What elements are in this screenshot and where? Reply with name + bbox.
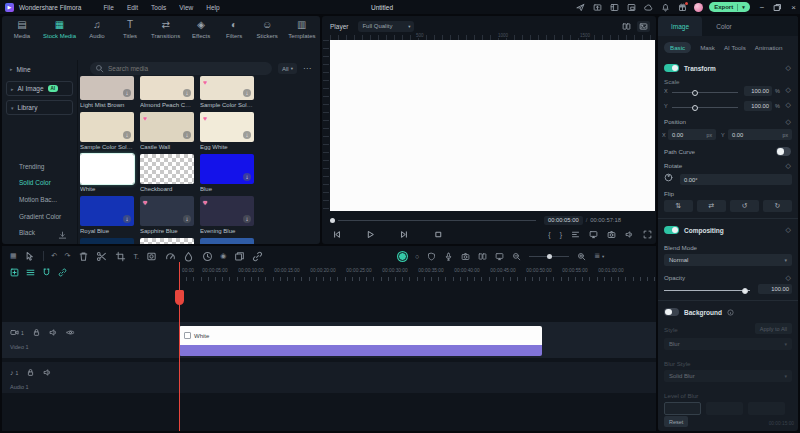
opacity-value[interactable]: 100.00 bbox=[758, 284, 792, 294]
stop-button[interactable] bbox=[434, 230, 443, 239]
sidebar-section-ai-image[interactable]: ▸ AI Image AI bbox=[6, 81, 73, 96]
track-manage-button[interactable] bbox=[26, 268, 35, 277]
playhead-handle[interactable] bbox=[175, 290, 184, 305]
mark-list-button[interactable] bbox=[571, 230, 580, 239]
audio-note-icon[interactable]: ♪ bbox=[10, 369, 14, 376]
background-toggle[interactable] bbox=[664, 308, 679, 317]
speed-button[interactable] bbox=[165, 251, 176, 262]
flip-h-button[interactable]: ⇄ bbox=[697, 200, 726, 212]
subtab-mask[interactable]: Mask bbox=[700, 44, 715, 51]
gift-icon[interactable] bbox=[677, 2, 688, 13]
flip-v-button[interactable]: ⇅ bbox=[664, 200, 693, 212]
media-swatch-castle-wall[interactable]: ♥↓ bbox=[140, 112, 194, 142]
media-swatch-blue[interactable]: ↓ bbox=[200, 154, 254, 184]
snapshot-button[interactable] bbox=[461, 252, 470, 261]
copy-button[interactable] bbox=[234, 251, 245, 262]
favorite-icon[interactable]: ♥ bbox=[143, 115, 147, 122]
media-swatch[interactable] bbox=[140, 238, 194, 244]
magnet-button[interactable] bbox=[42, 268, 51, 277]
smart-cutout-button[interactable] bbox=[146, 251, 157, 262]
opacity-slider[interactable] bbox=[664, 290, 750, 291]
scale-x-slider[interactable] bbox=[672, 92, 738, 93]
favorite-icon[interactable]: ♥ bbox=[203, 199, 207, 206]
rotate-dial-icon[interactable] bbox=[664, 173, 673, 182]
seek-track[interactable] bbox=[338, 220, 536, 221]
videocam-icon[interactable] bbox=[10, 328, 19, 337]
mute-button[interactable] bbox=[625, 230, 634, 239]
rotate-input[interactable]: 0.00° bbox=[680, 174, 792, 185]
media-swatch-checkboard[interactable] bbox=[140, 154, 194, 184]
scale-x-value[interactable]: 100.00 bbox=[744, 86, 772, 96]
blur-level-option-3[interactable] bbox=[748, 402, 785, 415]
download-icon[interactable]: ↓ bbox=[243, 131, 251, 139]
more-options-button[interactable]: ⋯ bbox=[303, 64, 311, 73]
media-swatch-royal-blue[interactable]: ↓ bbox=[80, 196, 134, 226]
tab-transitions[interactable]: ⇄Transitions bbox=[151, 20, 180, 39]
position-x-input[interactable]: 0.00 px bbox=[668, 129, 716, 140]
duration-button[interactable] bbox=[202, 251, 213, 262]
download-icon[interactable]: ↓ bbox=[123, 89, 131, 97]
rotate-ccw-button[interactable]: ↺ bbox=[730, 200, 759, 212]
crop-button[interactable] bbox=[115, 251, 126, 262]
user-avatar[interactable] bbox=[694, 3, 703, 12]
menu-item-file[interactable]: File bbox=[103, 4, 113, 11]
filmstrip-icon[interactable] bbox=[637, 21, 650, 32]
inspector-tab-image[interactable]: Image bbox=[658, 16, 702, 36]
menu-item-help[interactable]: Help bbox=[206, 4, 219, 11]
media-swatch-sapphire-blue[interactable]: ♥↓ bbox=[140, 196, 194, 226]
fullscreen-button[interactable] bbox=[643, 230, 652, 239]
fit-screen-button[interactable] bbox=[589, 230, 598, 239]
filter-dropdown[interactable]: All ▾ bbox=[278, 63, 297, 74]
media-swatch-light-mist-brown[interactable]: ↓ bbox=[80, 76, 134, 100]
motion-track-button[interactable]: ◉ bbox=[220, 252, 226, 260]
tab-media[interactable]: ▤Media bbox=[10, 20, 34, 39]
tab-templates[interactable]: ▥Templates bbox=[288, 20, 315, 39]
mark-out-button[interactable]: } bbox=[560, 231, 562, 238]
sidebar-item-trending[interactable]: Trending bbox=[2, 158, 78, 175]
bell-icon[interactable] bbox=[660, 2, 671, 13]
link-button[interactable] bbox=[252, 251, 263, 262]
chroma-key-button[interactable] bbox=[183, 251, 194, 262]
pip-icon[interactable] bbox=[626, 2, 637, 13]
scale-y-slider[interactable] bbox=[672, 107, 738, 108]
menu-item-view[interactable]: View bbox=[179, 4, 193, 11]
chevron-down-icon[interactable]: ▾ bbox=[742, 4, 745, 10]
prev-frame-button[interactable] bbox=[332, 230, 341, 239]
zoom-in-button[interactable] bbox=[577, 252, 586, 261]
shield-button[interactable] bbox=[427, 252, 436, 261]
scale-y-value[interactable]: 100.00 bbox=[744, 101, 772, 111]
download-icon[interactable]: ↓ bbox=[123, 215, 131, 223]
download-icon[interactable]: ↓ bbox=[123, 131, 131, 139]
subtab-basic[interactable]: Basic bbox=[664, 42, 691, 53]
timeline-clip-white[interactable]: White bbox=[179, 326, 542, 356]
position-keyframe-icon[interactable]: ◇ bbox=[786, 118, 791, 126]
delete-button[interactable] bbox=[78, 251, 89, 262]
export-button[interactable]: Export ▾ bbox=[709, 2, 750, 12]
record-voiceover-button[interactable] bbox=[398, 252, 407, 261]
scale-x-keyframe-icon[interactable]: ◇ bbox=[786, 86, 791, 94]
eye-icon[interactable] bbox=[66, 328, 75, 337]
apply-to-all-button[interactable]: Apply to All bbox=[755, 323, 792, 334]
select-cursor-button[interactable] bbox=[24, 251, 35, 262]
play-button[interactable] bbox=[366, 230, 375, 239]
mute-icon[interactable] bbox=[43, 368, 52, 377]
position-y-input[interactable]: 0.00 px bbox=[728, 129, 792, 140]
seek-handle[interactable] bbox=[330, 218, 335, 223]
subtab-ai-tools[interactable]: AI Tools bbox=[724, 44, 746, 51]
tab-stock-media[interactable]: ▦Stock Media bbox=[43, 20, 76, 39]
media-swatch[interactable] bbox=[200, 238, 254, 244]
reset-button[interactable]: Reset bbox=[664, 416, 688, 427]
favorite-icon[interactable]: ♥ bbox=[203, 115, 207, 122]
inspector-tab-color[interactable]: Color bbox=[702, 16, 746, 36]
record-disabled-button[interactable]: ○ bbox=[415, 253, 419, 260]
quick-text-button[interactable]: T. bbox=[133, 253, 138, 260]
tab-filters[interactable]: ◐Filters bbox=[222, 20, 246, 39]
search-box[interactable] bbox=[90, 62, 272, 75]
sidebar-item-solid-color[interactable]: Solid Color bbox=[2, 175, 78, 192]
download-manager-icon[interactable] bbox=[58, 231, 67, 240]
blur-level-option-2[interactable] bbox=[706, 402, 743, 415]
search-input[interactable] bbox=[108, 65, 238, 72]
blend-mode-dropdown[interactable]: Normal ▾ bbox=[664, 254, 792, 266]
tab-audio[interactable]: ♫Audio bbox=[85, 20, 109, 39]
media-swatch-white[interactable] bbox=[80, 154, 134, 184]
